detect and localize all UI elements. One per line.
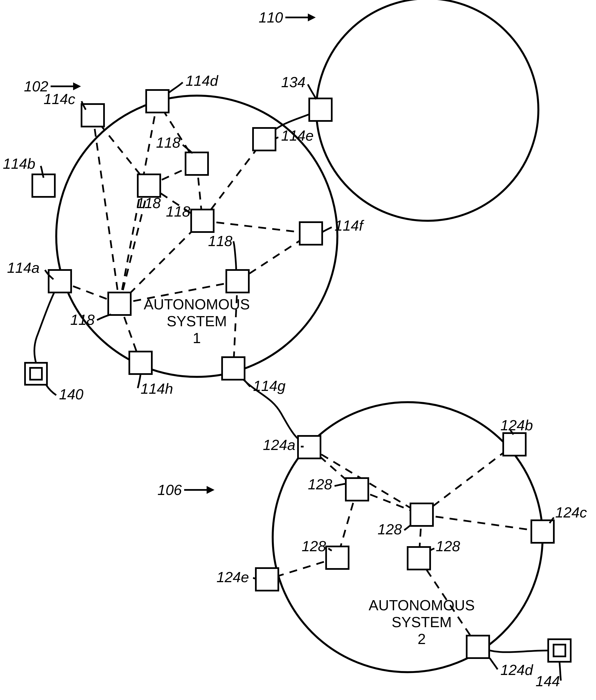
label-128-2: 128 xyxy=(378,521,402,538)
svg-rect-28 xyxy=(191,209,214,232)
link-114a-140 xyxy=(34,281,60,363)
label-118-4: 118 xyxy=(208,233,233,249)
node-124b xyxy=(503,433,526,456)
label-114a: 114a xyxy=(7,259,40,276)
svg-rect-29 xyxy=(226,270,249,293)
label-114d: 114d xyxy=(185,73,219,89)
label-114c: 114c xyxy=(44,91,75,107)
label-124e: 124e xyxy=(216,569,249,585)
node-114h xyxy=(129,352,152,374)
label-114h: 114h xyxy=(140,380,173,397)
label-124c: 124c xyxy=(555,504,587,521)
svg-text:106: 106 xyxy=(157,482,182,498)
label-128-4: 128 xyxy=(436,538,460,554)
svg-text:SYSTEM: SYSTEM xyxy=(392,614,452,630)
node-124c xyxy=(532,520,554,543)
node-124e xyxy=(256,568,278,591)
network-diagram: 110 102 106 114a 114b 114c 114d 114e 114… xyxy=(0,0,596,700)
node-140 xyxy=(25,363,47,385)
svg-text:1: 1 xyxy=(193,330,201,346)
label-114e: 114e xyxy=(281,127,314,144)
label-124b: 124b xyxy=(500,417,533,433)
label-144: 144 xyxy=(536,673,560,689)
node-114e xyxy=(253,128,276,150)
svg-text:AUTONOMOUS: AUTONOMOUS xyxy=(144,296,250,312)
svg-rect-31 xyxy=(411,503,433,526)
label-118-5: 118 xyxy=(70,311,95,328)
label-118-2: 118 xyxy=(136,195,161,211)
label-134: 134 xyxy=(281,74,306,90)
node-114g xyxy=(222,357,244,380)
label-118-1: 118 xyxy=(156,134,180,151)
node-114a xyxy=(49,270,71,293)
label-114b: 114b xyxy=(3,155,35,172)
svg-rect-30 xyxy=(346,478,368,501)
svg-marker-41 xyxy=(73,82,81,90)
svg-text:110: 110 xyxy=(259,9,283,26)
label-128-3: 128 xyxy=(302,538,326,554)
system-110-circle xyxy=(316,0,538,221)
svg-text:AUTONOMOUS: AUTONOMOUS xyxy=(368,597,475,614)
node-144 xyxy=(548,639,571,662)
label-114f: 114f xyxy=(335,217,364,234)
svg-rect-27 xyxy=(185,152,208,175)
label-124d: 124d xyxy=(500,662,534,678)
figure-ref-106: 106 xyxy=(157,482,214,498)
svg-rect-35 xyxy=(30,368,42,380)
svg-rect-37 xyxy=(553,645,565,656)
label-128-1: 128 xyxy=(308,476,332,493)
figure-ref-110: 110 xyxy=(259,9,316,26)
label-124a: 124a xyxy=(263,437,295,453)
svg-text:SYSTEM: SYSTEM xyxy=(167,313,227,329)
svg-marker-39 xyxy=(308,14,316,21)
node-114d xyxy=(146,90,169,112)
label-114g: 114g xyxy=(253,378,286,394)
svg-rect-25 xyxy=(108,293,131,315)
svg-rect-26 xyxy=(138,174,160,197)
node-124d xyxy=(467,635,489,658)
node-114f xyxy=(300,222,322,245)
node-134 xyxy=(309,98,332,121)
svg-marker-43 xyxy=(207,486,214,494)
svg-rect-33 xyxy=(408,547,430,570)
label-140: 140 xyxy=(59,386,83,402)
label-118-3: 118 xyxy=(166,203,190,220)
svg-text:2: 2 xyxy=(418,631,426,647)
